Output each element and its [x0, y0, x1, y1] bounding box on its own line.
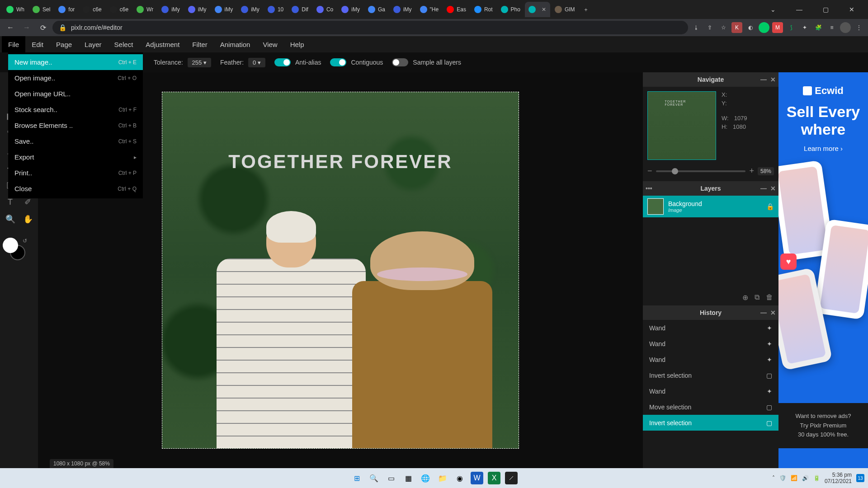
- file-menu-item[interactable]: Print..Ctrl + P: [8, 165, 143, 181]
- menu-view[interactable]: View: [256, 36, 283, 52]
- navigate-thumbnail[interactable]: [647, 91, 716, 160]
- menu-adjustment[interactable]: Adjustment: [139, 36, 186, 52]
- zoom-out-icon[interactable]: −: [647, 166, 652, 176]
- browser-tab[interactable]: iMy: [390, 2, 415, 17]
- menu-filter[interactable]: Filter: [186, 36, 213, 52]
- browser-tab[interactable]: ✕: [525, 2, 550, 17]
- app-icon[interactable]: ⟋: [505, 472, 518, 484]
- start-icon[interactable]: ⊞: [350, 472, 363, 484]
- browser-tab[interactable]: c6e: [106, 2, 132, 17]
- history-item[interactable]: Wand✦: [643, 336, 778, 352]
- file-menu-item[interactable]: CloseCtrl + Q: [8, 181, 143, 197]
- ad-footer[interactable]: Want to remove ads? Try Pixlr Premium 30…: [778, 403, 868, 448]
- browser-tab[interactable]: Ga: [364, 2, 389, 17]
- search-icon[interactable]: 🔍: [368, 472, 380, 484]
- ext-icon[interactable]: ◐: [745, 22, 756, 33]
- menu-help[interactable]: Help: [284, 36, 311, 52]
- browser-tab[interactable]: c6e: [79, 2, 105, 17]
- menu-page[interactable]: Page: [50, 36, 78, 52]
- extensions-icon[interactable]: 🧩: [813, 22, 824, 33]
- file-menu-item[interactable]: Save..Ctrl + S: [8, 133, 143, 149]
- notification-badge[interactable]: 13: [856, 474, 864, 482]
- panel-minimize-icon[interactable]: —: [760, 185, 767, 192]
- feather-value[interactable]: 0 ▾: [248, 58, 265, 67]
- browser-tab[interactable]: Eas: [443, 2, 470, 17]
- address-bar[interactable]: 🔒 pixlr.com/e/#editor: [52, 21, 688, 34]
- add-layer-icon[interactable]: ⊕: [742, 293, 748, 302]
- foreground-swatch[interactable]: [3, 238, 18, 253]
- browser-tab[interactable]: Sel: [29, 2, 54, 17]
- tray-volume-icon[interactable]: 🔊: [802, 475, 809, 481]
- excel-icon[interactable]: X: [488, 472, 500, 484]
- layer-lock-icon[interactable]: 🔒: [766, 203, 774, 210]
- profile-icon[interactable]: K: [731, 22, 742, 33]
- browser-tab[interactable]: "He: [416, 2, 443, 17]
- tray-chevron-icon[interactable]: ˄: [772, 475, 775, 481]
- browser-tab[interactable]: GIM: [551, 2, 579, 17]
- panel-close-icon[interactable]: ✕: [770, 76, 776, 83]
- file-menu-item[interactable]: Open image URL..: [8, 86, 143, 102]
- chrome-icon[interactable]: ◉: [453, 472, 466, 484]
- file-menu-item[interactable]: Export▸: [8, 149, 143, 165]
- file-menu-item[interactable]: Browse Elements ..Ctrl + B: [8, 117, 143, 133]
- menu-animation[interactable]: Animation: [214, 36, 257, 52]
- explorer-icon[interactable]: 📁: [436, 472, 449, 484]
- layers-options-icon[interactable]: •••: [646, 185, 652, 192]
- tab-dropdown-icon[interactable]: ⌄: [764, 3, 782, 16]
- ext3-icon[interactable]: ✦: [799, 22, 810, 33]
- color-swatches[interactable]: ↺: [3, 238, 25, 260]
- close-window-icon[interactable]: ✕: [843, 3, 861, 16]
- edge-icon[interactable]: 🌐: [419, 472, 432, 484]
- widgets-icon[interactable]: ▦: [402, 472, 415, 484]
- contiguous-toggle[interactable]: [330, 58, 346, 66]
- tray-battery-icon[interactable]: 🔋: [813, 475, 820, 481]
- browser-tab[interactable]: for: [55, 2, 78, 17]
- sample-toggle[interactable]: [392, 58, 408, 66]
- browser-tab[interactable]: iMy: [237, 2, 263, 17]
- panel-close-icon[interactable]: ✕: [770, 185, 776, 192]
- tray-security-icon[interactable]: 🛡️: [779, 475, 786, 481]
- menu-file[interactable]: File: [2, 36, 25, 52]
- duplicate-layer-icon[interactable]: ⧉: [755, 293, 760, 302]
- history-item[interactable]: Wand✦: [643, 383, 778, 399]
- menu-layer[interactable]: Layer: [78, 36, 108, 52]
- bookmark-icon[interactable]: ☆: [718, 22, 729, 33]
- reading-list-icon[interactable]: ≡: [826, 22, 837, 33]
- antialias-toggle[interactable]: [274, 58, 291, 66]
- panel-minimize-icon[interactable]: —: [760, 309, 767, 316]
- browser-tab[interactable]: iMy: [338, 2, 363, 17]
- browser-tab[interactable]: Wh: [3, 2, 28, 17]
- tolerance-value[interactable]: 255 ▾: [188, 58, 211, 67]
- layer-item-background[interactable]: Background Image 🔒: [643, 196, 778, 217]
- ext2-icon[interactable]: ⟆: [786, 22, 797, 33]
- browser-tab[interactable]: Rot: [471, 2, 496, 17]
- avatar-icon[interactable]: [840, 22, 851, 33]
- history-item[interactable]: Wand✦: [643, 320, 778, 336]
- maximize-icon[interactable]: ▢: [816, 3, 835, 16]
- tab-close-icon[interactable]: ✕: [541, 7, 547, 12]
- zoom-slider[interactable]: [656, 170, 746, 172]
- browser-tab[interactable]: Wr: [133, 2, 157, 17]
- tool-hand-icon[interactable]: ✋: [20, 211, 35, 227]
- history-item[interactable]: Invert selection▢: [643, 367, 778, 383]
- minimize-icon[interactable]: —: [790, 3, 808, 16]
- history-item[interactable]: Invert selection▢: [643, 415, 778, 431]
- menu-select[interactable]: Select: [108, 36, 140, 52]
- browser-tab[interactable]: iMy: [184, 2, 210, 17]
- canvas[interactable]: TOGETHER FOREVER: [162, 92, 519, 449]
- browser-tab[interactable]: Dif: [288, 2, 312, 17]
- share-icon[interactable]: ⇪: [704, 22, 715, 33]
- zoom-in-icon[interactable]: +: [749, 166, 754, 176]
- forward-icon[interactable]: →: [20, 21, 33, 34]
- swap-colors-icon[interactable]: ↺: [23, 238, 27, 244]
- panel-minimize-icon[interactable]: —: [760, 76, 767, 83]
- panel-close-icon[interactable]: ✕: [770, 309, 776, 316]
- file-menu-item[interactable]: Stock search..Ctrl + F: [8, 102, 143, 117]
- install-icon[interactable]: ⭳: [691, 22, 702, 33]
- gmail-icon[interactable]: M: [772, 22, 783, 33]
- history-item[interactable]: Wand✦: [643, 352, 778, 367]
- kebab-icon[interactable]: ⋮: [854, 22, 864, 33]
- browser-tab[interactable]: iMy: [211, 2, 237, 17]
- delete-layer-icon[interactable]: 🗑: [766, 293, 773, 302]
- browser-tab[interactable]: Pho: [497, 2, 524, 17]
